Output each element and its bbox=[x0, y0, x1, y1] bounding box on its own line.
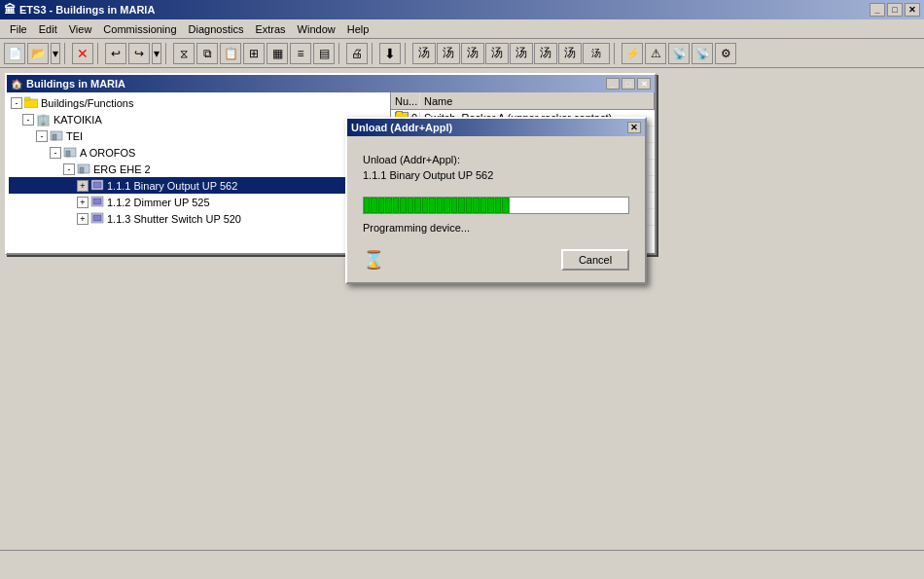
tree-node-katoikia[interactable]: - 🏢 KATOIKIA bbox=[9, 111, 388, 127]
ps2 bbox=[371, 198, 376, 213]
header-num: Nu... bbox=[391, 92, 420, 109]
table-btn[interactable]: ▦ bbox=[267, 43, 288, 64]
expand-binary-output[interactable]: + bbox=[77, 180, 89, 192]
expand-shutter[interactable]: + bbox=[77, 213, 89, 225]
node-label-dimmer: 1.1.2 Dimmer UP 525 bbox=[107, 197, 210, 208]
menu-view[interactable]: View bbox=[63, 21, 98, 37]
tree-node-tei[interactable]: - TEI bbox=[9, 127, 388, 144]
knx-btn5[interactable]: 汤 bbox=[510, 43, 533, 64]
tree-node-buildings-functions[interactable]: - Buildings/Functions bbox=[9, 94, 388, 111]
dialog-close-button[interactable]: ✕ bbox=[627, 122, 641, 133]
main-area: 🏠 Buildings in MARIA _ □ ✕ - Buildings/F… bbox=[0, 68, 924, 569]
undo-dd[interactable]: ▾ bbox=[152, 43, 161, 64]
filter-btn[interactable]: ⧖ bbox=[173, 43, 195, 64]
sep1 bbox=[64, 43, 68, 64]
svg-rect-3 bbox=[53, 134, 56, 140]
buildings-title-text: Buildings in MARIA bbox=[26, 78, 125, 90]
folder-icon bbox=[24, 96, 38, 110]
minimize-button[interactable]: _ bbox=[870, 3, 885, 17]
ps13 bbox=[451, 198, 457, 213]
tree-node-binary-output[interactable]: + 1.1.1 Binary Output UP 562 bbox=[9, 177, 388, 194]
new-btn[interactable]: 📄 bbox=[4, 43, 25, 64]
knx-btn8[interactable]: 汤 bbox=[583, 43, 610, 64]
list-btn[interactable]: ≡ bbox=[290, 43, 311, 64]
expand-katoikia[interactable]: - bbox=[22, 114, 34, 126]
tree-node-a-orofos[interactable]: - A OROFOS bbox=[9, 144, 388, 161]
comm-btn5[interactable]: ⚙ bbox=[715, 43, 736, 64]
knx-btn2[interactable]: 汤 bbox=[437, 43, 460, 64]
menu-help[interactable]: Help bbox=[341, 21, 375, 37]
knx-btn3[interactable]: 汤 bbox=[461, 43, 484, 64]
dropdown-btn[interactable]: ▾ bbox=[51, 43, 60, 64]
expand-a-orofos[interactable]: - bbox=[50, 147, 61, 159]
ps1 bbox=[364, 198, 370, 213]
ps9 bbox=[422, 198, 428, 213]
knx-toolbar-group: 汤 汤 汤 汤 汤 汤 汤 汤 bbox=[412, 43, 610, 64]
buildings-title-bar: 🏠 Buildings in MARIA _ □ ✕ bbox=[7, 75, 655, 92]
room2-icon bbox=[77, 163, 90, 176]
redo-btn[interactable]: ↪ bbox=[128, 43, 150, 64]
floor-icon bbox=[50, 129, 63, 143]
comm-btn1[interactable]: ⚡ bbox=[622, 43, 643, 64]
room-icon bbox=[63, 146, 77, 160]
expand-erg-ehe-2[interactable]: - bbox=[63, 163, 75, 175]
node-label-buildings-functions: Buildings/Functions bbox=[41, 97, 133, 109]
close-button[interactable]: ✕ bbox=[905, 3, 920, 17]
device-icon-shutter bbox=[90, 212, 104, 226]
device-icon-binary bbox=[90, 179, 104, 193]
comm-btn4[interactable]: 📡 bbox=[692, 43, 713, 64]
print-btn[interactable]: 🖨 bbox=[346, 43, 368, 64]
title-bar-controls: _ □ ✕ bbox=[870, 3, 920, 17]
paste-btn[interactable]: 📋 bbox=[220, 43, 241, 64]
sep5 bbox=[372, 43, 375, 64]
buildings-title-controls: _ □ ✕ bbox=[606, 78, 651, 90]
cancel-button[interactable]: Cancel bbox=[561, 249, 629, 271]
open-btn[interactable]: 📂 bbox=[27, 43, 49, 64]
knx-btn1[interactable]: 汤 bbox=[412, 43, 436, 64]
tree-node-dimmer[interactable]: + 1.1.2 Dimmer UP 525 bbox=[9, 194, 388, 210]
menu-diagnostics[interactable]: Diagnostics bbox=[183, 21, 250, 37]
maximize-button[interactable]: □ bbox=[887, 3, 903, 17]
download-btn[interactable]: ⬇ bbox=[379, 43, 401, 64]
ps16 bbox=[473, 198, 479, 213]
menu-edit[interactable]: Edit bbox=[33, 21, 63, 37]
node-label-shutter: 1.1.3 Shutter Switch UP 520 bbox=[107, 213, 241, 225]
svg-rect-5 bbox=[66, 151, 70, 157]
ps6 bbox=[400, 198, 406, 213]
buildings-minimize[interactable]: _ bbox=[606, 78, 620, 90]
tree-node-erg-ehe-2[interactable]: - ERG EHE 2 bbox=[9, 161, 388, 177]
node-label-katoikia: KATOIKIA bbox=[53, 114, 102, 126]
app-title-bar: 🏛 ETS3 - Buildings in MARIA _ □ ✕ bbox=[0, 0, 924, 19]
tree-node-shutter[interactable]: + 1.1.3 Shutter Switch UP 520 bbox=[9, 210, 388, 227]
buildings-close[interactable]: ✕ bbox=[637, 78, 651, 90]
ps19 bbox=[495, 198, 501, 213]
sep7 bbox=[614, 43, 618, 64]
node-label-erg-ehe-2: ERG EHE 2 bbox=[93, 163, 151, 175]
ps11 bbox=[437, 198, 443, 213]
app-icon: 🏛 bbox=[4, 3, 16, 17]
buildings-maximize[interactable]: □ bbox=[622, 78, 635, 90]
knx-btn7[interactable]: 汤 bbox=[558, 43, 582, 64]
dialog-status-text: Programming device... bbox=[363, 222, 629, 234]
delete-btn[interactable]: ✕ bbox=[72, 43, 93, 64]
menu-extras[interactable]: Extras bbox=[249, 21, 291, 37]
menu-window[interactable]: Window bbox=[292, 21, 341, 37]
grid-btn[interactable]: ⊞ bbox=[243, 43, 265, 64]
comm-btn3[interactable]: 📡 bbox=[668, 43, 690, 64]
expand-dimmer[interactable]: + bbox=[77, 197, 89, 208]
copy-btn[interactable]: ⧉ bbox=[196, 43, 218, 64]
menu-commissioning[interactable]: Commissioning bbox=[97, 21, 182, 37]
menu-file[interactable]: File bbox=[4, 21, 33, 37]
knx-btn6[interactable]: 汤 bbox=[534, 43, 557, 64]
comm-btn2[interactable]: ⚠ bbox=[645, 43, 666, 64]
knx-btn4[interactable]: 汤 bbox=[485, 43, 509, 64]
expand-buildings-functions[interactable]: - bbox=[11, 97, 22, 109]
sep3 bbox=[165, 43, 169, 64]
undo-btn[interactable]: ↩ bbox=[105, 43, 126, 64]
device-icon-dimmer bbox=[90, 196, 104, 209]
node-label-tei: TEI bbox=[66, 130, 83, 142]
detail-btn[interactable]: ▤ bbox=[313, 43, 335, 64]
expand-tei[interactable]: - bbox=[36, 130, 48, 142]
header-name: Name bbox=[420, 92, 655, 109]
node-label-binary-output: 1.1.1 Binary Output UP 562 bbox=[107, 180, 237, 192]
